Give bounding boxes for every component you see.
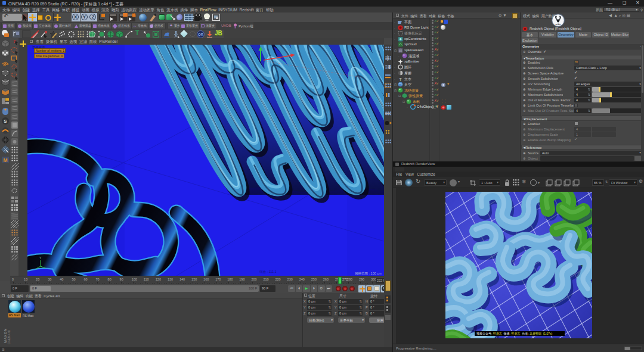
svg-text:野鹿志: 野鹿志 <box>556 23 561 26</box>
svg-text:S: S <box>4 119 7 124</box>
svg-text:T: T <box>399 76 402 82</box>
svg-text:M: M <box>3 157 7 163</box>
